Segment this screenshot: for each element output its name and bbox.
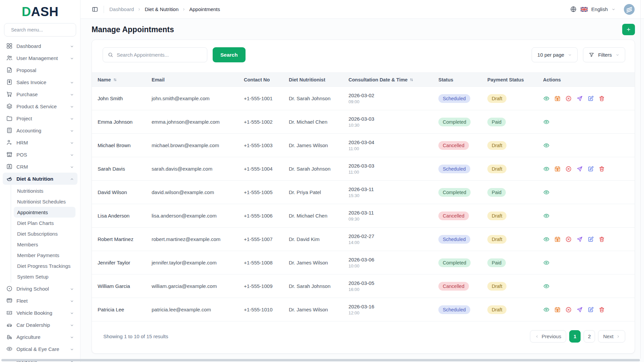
search-button[interactable]: Search — [213, 47, 246, 62]
column-header-consultation-date-time[interactable]: Consultation Date & Time — [346, 73, 436, 87]
cell-name: Robert Martinez — [92, 228, 149, 251]
page-button-1[interactable]: 1 — [569, 330, 581, 343]
chevron-down-icon — [70, 128, 74, 133]
column-header-contact-no: Contact No — [241, 73, 286, 87]
sidebar-item-user-management[interactable]: User Management — [3, 52, 77, 64]
sidebar-item-optical-eye-care[interactable]: Optical & Eye Care — [3, 343, 77, 355]
action-delete-button[interactable] — [598, 166, 605, 172]
action-cancel-button[interactable] — [565, 306, 572, 313]
sidebar-subitem-appointments[interactable]: Appointments — [14, 207, 75, 218]
action-edit-button[interactable] — [587, 236, 594, 243]
sidebar-item-pos[interactable]: POS — [3, 148, 77, 161]
action-view-button[interactable] — [543, 166, 550, 172]
action-reschedule-button[interactable] — [554, 95, 561, 102]
action-delete-button[interactable] — [598, 236, 605, 243]
action-edit-button[interactable] — [587, 166, 594, 172]
filters-label: Filters — [598, 52, 612, 58]
globe-icon[interactable] — [570, 6, 577, 13]
grid-icon — [6, 43, 13, 49]
sidebar-item-label: Vehicle Booking — [16, 310, 52, 316]
sidebar-subitem-diet-plan-charts[interactable]: Diet Plan Charts — [14, 218, 75, 228]
main-area: Dashboard Diet & Nutrition Appointments … — [80, 0, 644, 362]
sidebar-subitem-nutritionists[interactable]: Nutritionists — [14, 185, 75, 196]
previous-page-button[interactable]: Previous — [530, 330, 566, 343]
action-view-button[interactable] — [543, 95, 550, 102]
sidebar-item-product-service[interactable]: Product & Service — [3, 100, 77, 112]
breadcrumb-dashboard[interactable]: Dashboard — [109, 6, 134, 12]
app-logo[interactable]: DASH — [0, 0, 80, 20]
sidebar-item-accounting[interactable]: Accounting — [3, 124, 77, 136]
user-avatar[interactable] — [624, 4, 635, 15]
add-appointment-button[interactable] — [622, 24, 635, 35]
breadcrumb-appointments[interactable]: Appointments — [189, 6, 220, 12]
sidebar-subitem-diet-progress-trackings[interactable]: Diet Progress Trackings — [14, 260, 75, 271]
action-send-button[interactable] — [576, 95, 583, 102]
action-reschedule-button[interactable] — [554, 166, 561, 172]
action-reschedule-button[interactable] — [554, 236, 561, 243]
filters-button[interactable]: Filters — [583, 47, 625, 62]
payment-status-badge: Draft — [487, 282, 506, 291]
action-view-button[interactable] — [543, 236, 550, 243]
sort-icon[interactable] — [409, 77, 414, 82]
action-view-button[interactable] — [543, 283, 550, 290]
sidebar-item-fleet[interactable]: Fleet — [3, 295, 77, 307]
action-cancel-button[interactable] — [565, 95, 572, 102]
sidebar-item-project[interactable]: Project — [3, 112, 77, 124]
action-delete-button[interactable] — [598, 95, 605, 102]
action-send-button[interactable] — [576, 166, 583, 172]
sidebar-item-proposal[interactable]: Proposal — [3, 64, 77, 76]
per-page-select[interactable]: 10 per page — [532, 47, 578, 62]
sidebar-subitem-members[interactable]: Members — [14, 239, 75, 250]
action-view-button[interactable] — [543, 119, 550, 125]
page-head: Manage Appointments — [80, 19, 644, 40]
sidebar-subitem-system-setup[interactable]: System Setup — [14, 271, 75, 282]
appointments-search-input[interactable] — [117, 52, 202, 58]
action-view-button[interactable] — [543, 213, 550, 219]
chevron-down-icon — [611, 7, 615, 11]
sort-icon[interactable] — [113, 77, 117, 82]
action-view-button[interactable] — [543, 259, 550, 266]
column-header-name[interactable]: Name — [92, 73, 149, 87]
language-selector[interactable]: English — [591, 6, 608, 12]
action-delete-button[interactable] — [598, 306, 605, 313]
table-row: William Garciawilliam.garcia@example.com… — [92, 275, 635, 298]
sidebar-item-purchase[interactable]: Purchase — [3, 88, 77, 100]
action-send-button[interactable] — [576, 306, 583, 313]
action-send-button[interactable] — [576, 236, 583, 243]
action-view-button[interactable] — [543, 142, 550, 149]
sidebar-search-input[interactable] — [11, 27, 72, 33]
action-cancel-button[interactable] — [565, 166, 572, 172]
sidebar-item-driving-school[interactable]: Driving School — [3, 283, 77, 295]
column-header-diet-nutritionist: Diet Nutritionist — [286, 73, 346, 87]
sidebar-item-dashboard[interactable]: Dashboard — [3, 40, 77, 52]
sidebar-subitem-nutritionist-schedules[interactable]: Nutritionist Schedules — [14, 196, 75, 207]
sidebar-item-agriculture[interactable]: Agriculture — [3, 331, 77, 343]
sidebar-item-sales-invoice[interactable]: Sales Invoice — [3, 76, 77, 88]
action-reschedule-button[interactable] — [554, 306, 561, 313]
page-numbers: 12 — [569, 330, 595, 343]
action-view-button[interactable] — [543, 189, 550, 196]
action-view-button[interactable] — [543, 306, 550, 313]
cell-nutritionist: Dr. Michael Chen — [286, 204, 346, 228]
sidebar-subitem-member-payments[interactable]: Member Payments — [14, 250, 75, 260]
sidebar-item-car-dealership[interactable]: Car Dealership — [3, 319, 77, 331]
breadcrumb-diet-nutrition[interactable]: Diet & Nutrition — [145, 6, 178, 12]
table-row: Robert Martinezrobert.martinez@example.c… — [92, 228, 635, 251]
sidebar-item-crm[interactable]: CRM — [3, 161, 77, 173]
action-cancel-button[interactable] — [565, 236, 572, 243]
page-button-2[interactable]: 2 — [584, 330, 595, 343]
cell-consultation-datetime: 2026-03-0311:00 — [346, 157, 436, 181]
sidebar-toggle-icon[interactable] — [92, 6, 98, 13]
calculator-icon — [6, 127, 13, 134]
sidebar-item-vehicle-booking[interactable]: Vehicle Booking — [3, 307, 77, 319]
chevron-right-icon — [182, 7, 186, 11]
horizontal-scrollbar[interactable] — [1, 359, 640, 361]
column-header-email: Email — [149, 73, 241, 87]
sidebar-subitem-diet-subscriptions[interactable]: Diet Subscriptions — [14, 228, 75, 239]
action-edit-button[interactable] — [587, 306, 594, 313]
cell-nutritionist: Dr. Sarah Johnson — [286, 87, 346, 110]
next-page-button[interactable]: Next — [598, 330, 625, 343]
sidebar-item-diet-nutrition[interactable]: Diet & Nutrition — [3, 173, 77, 185]
sidebar-item-hrm[interactable]: HRM — [3, 136, 77, 148]
action-edit-button[interactable] — [587, 95, 594, 102]
